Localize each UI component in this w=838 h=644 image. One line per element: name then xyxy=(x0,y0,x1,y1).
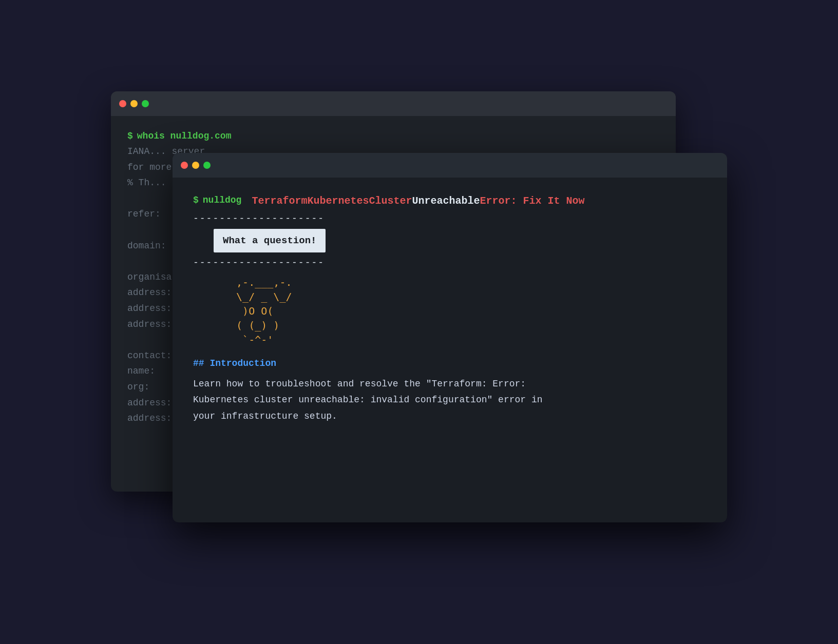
ascii-art-indent xyxy=(193,275,214,347)
back-line-1: $ whois nulldog.com xyxy=(127,128,659,144)
close-button-back[interactable] xyxy=(119,100,126,107)
heading-part-1: Terraform xyxy=(245,192,307,210)
front-command-line: $ nulldog Terraform Kubernetes Cluster U… xyxy=(193,192,707,210)
heading-part-5: Error: Fix It Now xyxy=(480,192,585,210)
divider-bottom: -------------------- xyxy=(193,255,707,271)
close-button-front[interactable] xyxy=(181,162,188,169)
title-bar-front xyxy=(173,153,727,178)
terminal-front: $ nulldog Terraform Kubernetes Cluster U… xyxy=(173,153,727,522)
ascii-art-container: ,-.___,-. \_/ _ \_/ )O O( ( (_) ) `-^-' xyxy=(193,275,707,347)
back-command: whois nulldog.com xyxy=(137,128,232,144)
intro-text-container: Learn how to troubleshoot and resolve th… xyxy=(193,376,707,425)
ascii-art: ,-.___,-. \_/ _ \_/ )O O( ( (_) ) `-^-' xyxy=(224,275,292,347)
intro-text: Learn how to troubleshoot and resolve th… xyxy=(193,376,553,425)
section-heading: ## Introduction xyxy=(193,358,276,368)
terminal-front-content: $ nulldog Terraform Kubernetes Cluster U… xyxy=(173,178,727,439)
front-heading: Terraform Kubernetes Cluster Unreachable… xyxy=(245,192,584,210)
heading-part-4: Unreachable xyxy=(412,192,480,210)
section-heading-container: ## Introduction xyxy=(193,355,707,372)
heading-part-2: Kubernetes xyxy=(307,192,369,210)
front-prompt-symbol: $ xyxy=(193,192,199,210)
minimize-button-back[interactable] xyxy=(130,100,138,107)
front-brand: nulldog xyxy=(203,192,242,210)
scene: $ whois nulldog.com IANA... server for m… xyxy=(111,91,727,553)
title-bar-back xyxy=(111,91,676,116)
divider-top: -------------------- xyxy=(193,210,707,227)
heading-part-3: Cluster xyxy=(369,192,412,210)
maximize-button-front[interactable] xyxy=(203,162,211,169)
question-label: What a question! xyxy=(214,229,326,252)
back-output-3: % Th... xyxy=(127,178,166,188)
prompt-symbol-back: $ xyxy=(127,128,133,144)
minimize-button-front[interactable] xyxy=(192,162,199,169)
question-box-container: What a question! xyxy=(214,229,707,252)
maximize-button-back[interactable] xyxy=(142,100,149,107)
